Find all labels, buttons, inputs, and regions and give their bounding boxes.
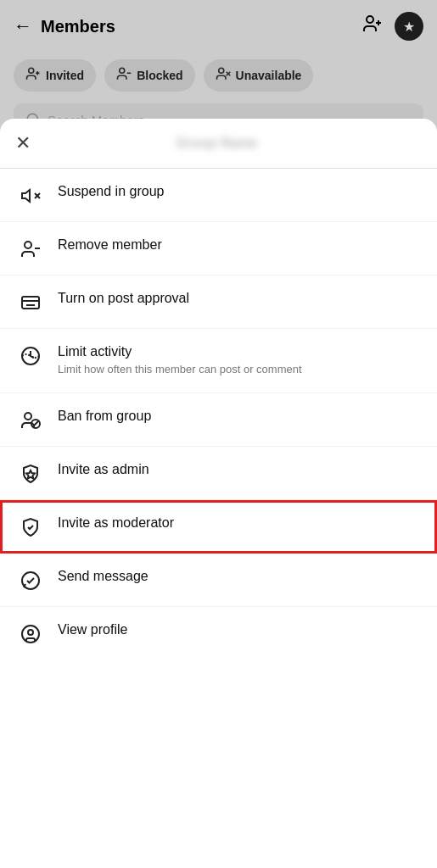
- svg-point-28: [28, 630, 33, 635]
- menu-list: Suspend in group Remove member: [0, 169, 437, 659]
- limit-activity-sublabel: Limit how often this member can post or …: [58, 362, 420, 377]
- ban-text-block: Ban from group: [58, 409, 420, 424]
- menu-item-send-message[interactable]: Send message: [0, 554, 437, 607]
- sheet-header: ✕ Group Name: [0, 119, 437, 169]
- bottom-sheet: ✕ Group Name Suspend in group: [0, 119, 437, 868]
- ban-icon: [17, 410, 44, 431]
- remove-label: Remove member: [58, 237, 162, 252]
- profile-icon: [17, 624, 44, 644]
- invite-moderator-label: Invite as moderator: [58, 515, 174, 530]
- view-profile-text-block: View profile: [58, 622, 420, 637]
- view-profile-label: View profile: [58, 622, 127, 637]
- invite-moderator-text-block: Invite as moderator: [58, 515, 420, 531]
- limit-activity-label: Limit activity: [58, 344, 132, 359]
- moderator-icon: [17, 517, 44, 537]
- menu-item-ban[interactable]: Ban from group: [0, 393, 437, 447]
- post-approval-text-block: Turn on post approval: [58, 291, 420, 306]
- svg-point-16: [25, 242, 31, 248]
- admin-icon: [17, 464, 44, 484]
- svg-marker-25: [26, 470, 35, 479]
- menu-item-invite-admin[interactable]: Invite as admin: [0, 447, 437, 500]
- send-message-text-block: Send message: [58, 569, 420, 584]
- menu-item-limit-activity[interactable]: Limit activity Limit how often this memb…: [0, 329, 437, 393]
- mute-icon: [17, 186, 44, 206]
- send-message-label: Send message: [58, 569, 148, 583]
- invite-admin-text-block: Invite as admin: [58, 462, 420, 477]
- svg-point-22: [25, 413, 31, 420]
- post-approval-label: Turn on post approval: [58, 291, 189, 305]
- ban-label: Ban from group: [58, 409, 151, 423]
- remove-text-block: Remove member: [58, 237, 420, 253]
- suspend-text-block: Suspend in group: [58, 184, 420, 199]
- limit-activity-text-block: Limit activity Limit how often this memb…: [58, 344, 420, 377]
- post-approval-icon: [17, 292, 44, 313]
- menu-item-remove[interactable]: Remove member: [0, 222, 437, 275]
- limit-activity-icon: [17, 346, 44, 366]
- remove-member-icon: [17, 239, 44, 259]
- svg-rect-18: [22, 297, 39, 309]
- menu-item-post-approval[interactable]: Turn on post approval: [0, 275, 437, 329]
- menu-item-suspend[interactable]: Suspend in group: [0, 169, 437, 222]
- suspend-label: Suspend in group: [58, 184, 164, 198]
- messenger-icon: [17, 570, 44, 591]
- sheet-title: Group Name: [41, 136, 393, 151]
- close-button[interactable]: ✕: [15, 132, 31, 154]
- invite-admin-label: Invite as admin: [58, 462, 149, 476]
- menu-item-view-profile[interactable]: View profile: [0, 607, 437, 659]
- menu-item-invite-moderator[interactable]: Invite as moderator: [0, 500, 437, 554]
- svg-marker-13: [22, 190, 30, 202]
